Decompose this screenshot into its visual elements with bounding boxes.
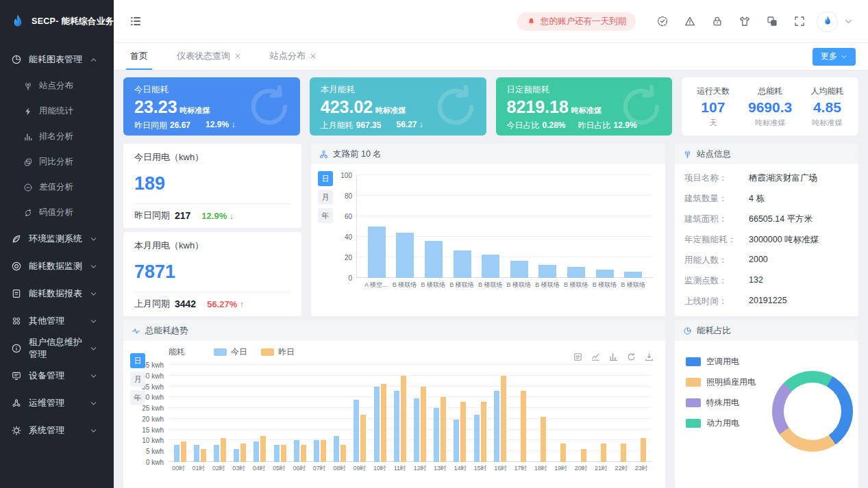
rank-toggle-月[interactable]: 月: [318, 190, 333, 205]
trend-hour-label: 16时: [491, 464, 510, 473]
fullscreen-icon[interactable]: [793, 15, 806, 27]
tab-close-icon[interactable]: [310, 53, 317, 60]
month-power-title: 本月用电（kwh）: [134, 240, 290, 252]
trend-bar-今日: [454, 420, 459, 462]
chevron-down-icon: [90, 345, 97, 352]
toolbox-tool-download-icon[interactable]: [644, 352, 654, 362]
y-axis-label: 35 kwh: [142, 383, 164, 390]
avatar[interactable]: [817, 11, 838, 32]
trend-bar-今日: [494, 391, 499, 462]
user-menu-chevron-down-icon[interactable]: [844, 17, 853, 26]
month-power-delta: 56.27% ↑: [207, 299, 244, 309]
legend-item-昨日[interactable]: 昨日: [261, 346, 295, 358]
trend-bar-group: [410, 365, 430, 462]
sidebar-item-系统管理[interactable]: 系统管理: [0, 417, 114, 444]
tab-首页[interactable]: 首页: [126, 43, 152, 70]
y-axis-label: 45 kwh: [142, 361, 164, 369]
trend-bar-昨日: [421, 387, 426, 462]
rank-bars: [357, 175, 653, 278]
trend-hour-label: 09时: [349, 464, 369, 473]
sidebar-subitem-label: 码值分析: [39, 207, 73, 218]
rank-x-labels: A 楼空...B 楼联络B 楼联络B 楼联络B 楼联络B 楼联络B 楼联络B 楼…: [356, 278, 653, 290]
trend-hour-label: 20时: [571, 464, 591, 473]
sidebar-subitem-差值分析[interactable]: 差值分析: [0, 175, 114, 200]
trend-hour-label: 13时: [430, 464, 450, 473]
chevron-down-icon: [90, 263, 97, 270]
toolbox-tool-doc-icon[interactable]: [573, 352, 583, 362]
station-info-row: 上线时间：20191225: [684, 291, 849, 311]
sidebar-subitem-用能统计[interactable]: 用能统计: [0, 99, 114, 124]
trend-bars: [169, 365, 652, 462]
copy-badge-icon[interactable]: [766, 15, 778, 27]
stat-card-unit: 吨标准煤: [375, 106, 406, 114]
sidebar-subitem-站点分布[interactable]: 站点分布: [0, 73, 114, 99]
sidebar-item-环境监测系统[interactable]: 环境监测系统: [0, 225, 114, 253]
stat-card-title: 今日能耗: [134, 84, 289, 96]
trend-bar-昨日: [460, 402, 466, 462]
trend-chart-body: 日月年 能耗 今日昨日 0 kwh5 kwh10 kwh15 kwh20 kwh…: [123, 346, 665, 488]
sidebar-item-运维管理[interactable]: 运维管理: [0, 389, 114, 417]
stat-card-今日能耗: 今日能耗23.23吨标准煤昨日同期26.6712.9% ↓: [123, 77, 300, 136]
seal-check-icon[interactable]: [656, 15, 669, 27]
trend-toggle-年[interactable]: 年: [130, 390, 145, 405]
trend-bar-昨日: [621, 444, 626, 462]
sidebar-item-能耗数据监测[interactable]: 能耗数据监测: [0, 253, 114, 280]
info-icon: [11, 343, 22, 354]
month-power-sub: 上月同期 3442 56.27% ↑: [134, 292, 290, 310]
today-power-sub: 昨日同期 217 12.9% ↓: [134, 203, 290, 222]
donut-legend-label: 照明插座用电: [706, 376, 756, 388]
tab-站点分布[interactable]: 站点分布: [266, 43, 321, 70]
toolbox-tool-line-icon[interactable]: [591, 352, 601, 362]
collapse-menu-icon[interactable]: [129, 14, 142, 28]
rank-bar-slot: [476, 175, 505, 278]
sidebar-subitem-同比分析[interactable]: 同比分析: [0, 149, 114, 175]
more-button[interactable]: 更多: [813, 48, 856, 66]
station-info-value: 2000: [749, 255, 768, 266]
rank-plot: 020406080100: [356, 175, 653, 278]
donut-legend-item-空调用电[interactable]: 空调用电: [686, 356, 756, 368]
trend-bar-group: [310, 365, 330, 462]
trend-toggle-月[interactable]: 月: [130, 372, 145, 387]
rank-toggle-日[interactable]: 日: [318, 171, 333, 186]
account-expiry-alert[interactable]: 您的账户还有一天到期: [517, 12, 636, 31]
trend-bar-group: [510, 365, 530, 462]
tshirt-icon[interactable]: [739, 15, 751, 27]
trend-hour-label: 22时: [611, 464, 631, 473]
trend-toggle-日[interactable]: 日: [130, 353, 145, 368]
y-axis-label: 25 kwh: [142, 404, 164, 412]
warning-icon[interactable]: [684, 15, 696, 27]
trend-chart-panel: 总能耗趋势 日月年 能耗 今日昨日 0 kwh5 kwh10 kwh15 kwh…: [123, 320, 665, 488]
sidebar-subitem-码值分析[interactable]: 码值分析: [0, 200, 114, 225]
trend-bar-group: [390, 365, 410, 462]
toolbox-tool-refresh-icon[interactable]: [626, 352, 636, 362]
rank-period-toggles: 日月年: [318, 171, 333, 316]
donut-legend-item-特殊用电[interactable]: 特殊用电: [686, 397, 756, 409]
lock-icon[interactable]: [711, 15, 723, 27]
trend-hour-label: 15时: [471, 464, 491, 473]
sidebar-item-能耗数据报表[interactable]: 能耗数据报表: [0, 280, 114, 307]
sidebar-item-其他管理[interactable]: 其他管理: [0, 307, 114, 335]
sidebar-item-能耗图表管理[interactable]: 能耗图表管理: [0, 46, 114, 73]
toolbox-tool-bar-icon[interactable]: [608, 352, 619, 362]
stat-card-sub: 上月能耗967.35: [321, 120, 382, 131]
rank-category-label: B 楼联络: [533, 281, 562, 290]
sidebar-item-租户信息维护管理[interactable]: 租户信息维护管理: [0, 335, 114, 362]
trend-bar-昨日: [301, 445, 306, 462]
trend-bar-group: [530, 365, 550, 462]
donut-legend-item-动力用电[interactable]: 动力用电: [686, 418, 756, 429]
y-axis-label: 0 kwh: [146, 459, 164, 466]
sidebar-item-label: 环境监测系统: [29, 233, 82, 245]
tab-bar: 首页仪表状态查询站点分布 更多: [114, 43, 868, 70]
summary-item-运行天数: 运行天数107天: [684, 83, 741, 130]
donut-legend-item-照明插座用电[interactable]: 照明插座用电: [686, 376, 756, 388]
tab-仪表状态查询[interactable]: 仪表状态查询: [173, 43, 245, 70]
rank-toggle-年[interactable]: 年: [318, 208, 333, 223]
trend-bar-昨日: [340, 445, 346, 462]
sidebar-item-设备管理[interactable]: 设备管理: [0, 362, 114, 389]
trend-plot: 0 kwh5 kwh10 kwh15 kwh20 kwh25 kwh30 kwh…: [169, 365, 652, 462]
trend-bar-昨日: [401, 376, 406, 462]
trend-bar-group: [610, 365, 630, 462]
sidebar-subitem-排名分析[interactable]: 排名分析: [0, 124, 114, 149]
tab-close-icon[interactable]: [234, 53, 241, 60]
legend-item-今日[interactable]: 今日: [214, 346, 247, 358]
